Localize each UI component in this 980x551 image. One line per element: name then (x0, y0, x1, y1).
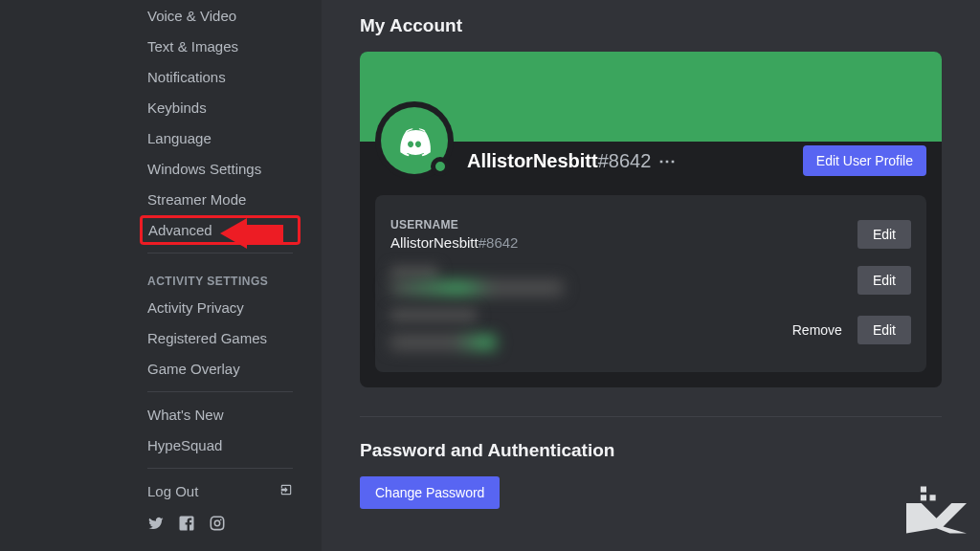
avatar[interactable] (375, 101, 454, 180)
sidebar-item-hypesquad[interactable]: HypeSquad (140, 430, 301, 460)
redacted-value (390, 281, 563, 295)
social-icons-row (140, 507, 301, 543)
field-phone: Remove Edit (390, 302, 911, 357)
sidebar-header-activity: ACTIVITY SETTINGS (140, 261, 301, 292)
sidebar-item-streamer-mode[interactable]: Streamer Mode (140, 185, 301, 214)
sidebar-item-advanced[interactable]: Advanced (140, 215, 301, 245)
main-content: My Account AllistorNesbitt#8642 ⋯ Edit U… (322, 0, 980, 551)
divider (147, 391, 293, 392)
remove-phone-link[interactable]: Remove (792, 322, 842, 338)
status-indicator-online (431, 157, 450, 176)
redacted-value (390, 336, 496, 349)
sidebar-item-logout[interactable]: Log Out (140, 476, 301, 506)
page-title: My Account (360, 15, 942, 36)
svg-rect-0 (921, 487, 926, 493)
change-password-button[interactable]: Change Password (360, 476, 500, 509)
redacted-label (390, 310, 477, 320)
discriminator-text: #8642 (598, 150, 652, 171)
sidebar-item-keybinds[interactable]: Keybinds (140, 93, 301, 122)
instagram-icon[interactable] (209, 515, 226, 536)
field-value: AllistorNesbitt#8642 (390, 234, 858, 251)
edit-username-button[interactable]: Edit (858, 220, 911, 249)
sidebar-item-activity-privacy[interactable]: Activity Privacy (140, 293, 301, 322)
sidebar-item-registered-games[interactable]: Registered Games (140, 323, 301, 353)
divider (360, 416, 942, 417)
field-label: USERNAME (390, 218, 858, 231)
logout-label: Log Out (147, 483, 198, 499)
sidebar-item-whats-new[interactable]: What's New (140, 400, 301, 430)
sidebar-item-text-images[interactable]: Text & Images (140, 32, 301, 61)
field-username: USERNAME AllistorNesbitt#8642 Edit (390, 210, 911, 258)
edit-user-profile-button[interactable]: Edit User Profile (803, 145, 926, 176)
sidebar-item-voice-video[interactable]: Voice & Video (140, 1, 301, 31)
discord-logo-icon (396, 122, 433, 159)
svg-rect-2 (921, 495, 926, 500)
sidebar-item-windows-settings[interactable]: Windows Settings (140, 154, 301, 184)
twitter-icon[interactable] (147, 515, 165, 536)
svg-rect-1 (930, 495, 936, 500)
more-options-icon[interactable]: ⋯ (658, 150, 676, 171)
redacted-label (390, 267, 438, 277)
username-display: AllistorNesbitt#8642 ⋯ (467, 150, 676, 172)
username-text: AllistorNesbitt (467, 150, 598, 171)
account-fields: USERNAME AllistorNesbitt#8642 Edit Edit (375, 195, 926, 372)
account-card: AllistorNesbitt#8642 ⋯ Edit User Profile… (360, 52, 942, 387)
sidebar-item-game-overlay[interactable]: Game Overlay (140, 354, 301, 384)
sidebar-item-notifications[interactable]: Notifications (140, 62, 301, 92)
edit-phone-button[interactable]: Edit (858, 316, 911, 344)
sidebar-item-language[interactable]: Language (140, 123, 301, 153)
watermark-icon (900, 486, 967, 538)
field-email: Edit (390, 258, 911, 302)
divider (147, 468, 293, 469)
settings-sidebar: Voice & Video Text & Images Notification… (0, 0, 322, 551)
divider (147, 253, 293, 253)
section-title-password: Password and Authentication (360, 440, 942, 461)
facebook-icon[interactable] (178, 515, 195, 536)
logout-icon (279, 483, 293, 499)
edit-email-button[interactable]: Edit (858, 266, 911, 295)
